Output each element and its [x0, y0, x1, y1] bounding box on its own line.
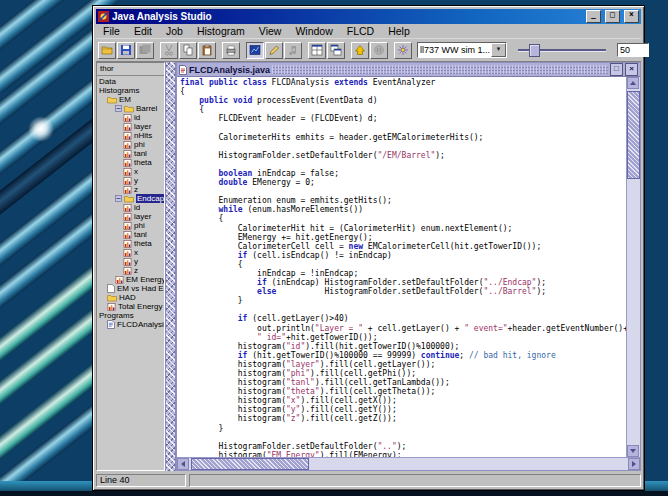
- tree-item-label: EM vs Had Ene: [117, 284, 164, 293]
- code-line: double EMenergy = 0;: [180, 178, 626, 187]
- vertical-scroll-thumb[interactable]: [627, 91, 640, 179]
- tree-item-data[interactable]: Data: [97, 77, 164, 86]
- chevron-down-icon[interactable]: ▼: [491, 43, 506, 57]
- tree-item-label: EM Energy: [126, 275, 164, 284]
- tree-item-z[interactable]: z: [97, 266, 164, 275]
- scroll-up-arrow-icon[interactable]: [627, 77, 639, 89]
- minimize-button[interactable]: _: [586, 10, 601, 23]
- tree-item-theta[interactable]: theta: [97, 158, 164, 167]
- print-button[interactable]: [222, 42, 240, 59]
- tree-item-z[interactable]: z: [97, 185, 164, 194]
- tree-item-phi[interactable]: phi: [97, 140, 164, 149]
- histogram-icon: [123, 249, 132, 257]
- close-button[interactable]: ×: [624, 10, 639, 23]
- tile-windows-button[interactable]: [308, 42, 326, 59]
- scroll-left-arrow-icon[interactable]: [177, 458, 189, 470]
- tree-item-phi[interactable]: phi: [97, 221, 164, 230]
- new-page-button[interactable]: [394, 42, 412, 59]
- note-icon: [287, 44, 299, 56]
- toolbar-buttons: [98, 42, 412, 59]
- menu-job[interactable]: Job: [159, 25, 190, 37]
- tree-item-x[interactable]: x: [97, 248, 164, 257]
- tree-item-label: phi: [134, 140, 145, 149]
- window-titlebar[interactable]: Java Analysis Studio _ □ ×: [96, 9, 641, 24]
- tree-item-theta[interactable]: theta: [97, 239, 164, 248]
- rate-field[interactable]: [617, 43, 649, 57]
- pointer-tool-button[interactable]: [265, 42, 283, 59]
- tree-item-em-energy[interactable]: EM Energy: [97, 275, 164, 284]
- copy-button[interactable]: [179, 42, 197, 59]
- code-line: }: [180, 424, 626, 433]
- tree-item-layer[interactable]: layer: [97, 212, 164, 221]
- code-line: while (enum.hasMoreElements()): [180, 205, 626, 214]
- save-all-button: [136, 42, 154, 59]
- tree-item-id[interactable]: id: [97, 113, 164, 122]
- scroll-right-arrow-icon[interactable]: [628, 458, 640, 470]
- tree-item-programs[interactable]: Programs: [97, 311, 164, 320]
- expand-handle-icon[interactable]: [115, 195, 122, 202]
- histogram-icon: [123, 231, 132, 239]
- menu-histogram[interactable]: Histogram: [190, 25, 252, 37]
- tree-item-flcdanalysis[interactable]: FLCDAnalysis: [97, 320, 164, 329]
- event-rate-slider[interactable]: [516, 42, 608, 58]
- editor-titlebar[interactable]: FLCDAnalysis.java □ ×: [177, 63, 640, 77]
- horizontal-scroll-thumb[interactable]: [191, 458, 309, 470]
- split-divider[interactable]: [165, 62, 176, 471]
- tree-item-tanl[interactable]: tanl: [97, 230, 164, 239]
- tree-item-label: layer: [134, 122, 151, 131]
- tree-item-x[interactable]: x: [97, 167, 164, 176]
- dataset-combo[interactable]: ll737 WW sim 1... ▼: [417, 42, 507, 58]
- editor-maximize-button[interactable]: □: [610, 63, 623, 76]
- tree-item-em[interactable]: EM: [97, 95, 164, 104]
- tree-item-had[interactable]: HAD: [97, 293, 164, 302]
- tree-item-barrel[interactable]: Barrel: [97, 104, 164, 113]
- go-button[interactable]: [351, 42, 369, 59]
- paste-button[interactable]: [198, 42, 216, 59]
- tree-item-label: layer: [134, 212, 151, 221]
- code-line: CalorimeterHits emhits = header.getEMCal…: [180, 133, 626, 142]
- editor-close-button[interactable]: ×: [625, 63, 638, 76]
- editor-horizontal-scrollbar[interactable]: [177, 457, 640, 470]
- open-button[interactable]: [98, 42, 116, 59]
- cascade-windows-icon: [330, 44, 342, 56]
- maximize-button[interactable]: □: [605, 10, 620, 23]
- tree-item-id[interactable]: id: [97, 203, 164, 212]
- menu-view[interactable]: View: [252, 25, 289, 37]
- code-line: {: [180, 87, 626, 96]
- code-line: CalorimeterCell cell = new EMCalorimeter…: [180, 242, 626, 251]
- tree-item-em-vs-had-ene[interactable]: EM vs Had Ene: [97, 284, 164, 293]
- tree-item-total-energy[interactable]: Total Energy: [97, 302, 164, 311]
- tree-item-label: tanl: [134, 149, 147, 158]
- cascade-windows-button[interactable]: [327, 42, 345, 59]
- tree-item-layer[interactable]: layer: [97, 122, 164, 131]
- plot-page-button[interactable]: [246, 42, 264, 59]
- expand-handle-icon[interactable]: [115, 105, 122, 112]
- code-line: HistogramFolder.setDefaultFolder("/EM/Ba…: [180, 151, 626, 160]
- histogram-icon: [115, 276, 124, 284]
- histogram-icon: [107, 303, 116, 311]
- save-button[interactable]: [117, 42, 135, 59]
- vertical-scroll-track[interactable]: [627, 89, 640, 445]
- histogram-icon: [123, 222, 132, 230]
- menu-flcd[interactable]: FLCD: [340, 25, 381, 37]
- tree-item-tanl[interactable]: tanl: [97, 149, 164, 158]
- tree-item-endcap[interactable]: Endcap: [97, 194, 164, 203]
- tree-item-y[interactable]: y: [97, 257, 164, 266]
- slider-thumb[interactable]: [529, 44, 540, 57]
- scroll-down-arrow-icon[interactable]: [627, 445, 639, 457]
- menu-file[interactable]: File: [96, 25, 127, 37]
- horizontal-scroll-track[interactable]: [189, 458, 628, 470]
- menu-help[interactable]: Help: [381, 25, 417, 37]
- editor-vertical-scrollbar[interactable]: [626, 77, 640, 457]
- menu-window[interactable]: Window: [288, 25, 339, 37]
- histogram-icon: [123, 150, 132, 158]
- code-editor[interactable]: final public class FLCDAnalysis extends …: [177, 77, 626, 457]
- tree-item-nhits[interactable]: nHits: [97, 131, 164, 140]
- code-line: [180, 123, 626, 132]
- tree-item-y[interactable]: y: [97, 176, 164, 185]
- tree-item-histograms[interactable]: Histograms: [97, 86, 164, 95]
- folder-icon: [107, 96, 117, 104]
- tree-item-label: Endcap: [136, 194, 164, 203]
- menu-edit[interactable]: Edit: [127, 25, 159, 37]
- tree-item-label: z: [134, 266, 138, 275]
